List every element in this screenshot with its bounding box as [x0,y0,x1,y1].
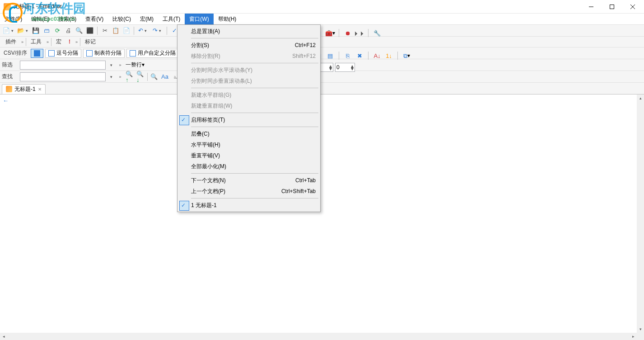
spell-check-button[interactable]: 🔧 [372,28,382,38]
col-insert-button[interactable]: ⎘ [343,51,353,61]
menu-item: 分割时同步水平滚动条(Y) [178,65,319,76]
paste-button[interactable]: 📄 [121,26,131,36]
check-icon: ✓ [181,202,186,208]
menu-item-label: 层叠(C) [191,130,210,138]
filter-scope-combo[interactable]: 一整行▾ [126,61,175,69]
menu-item[interactable]: ✓1 无标题-1 [178,200,319,211]
print-button[interactable]: 🖨 [63,26,73,36]
filter-history-button[interactable]: ▾ [107,63,115,67]
match-case-button[interactable]: Aa [160,72,169,81]
csv-mode-comma[interactable]: 逗号分隔 [45,49,81,58]
cut-button[interactable]: ✂ [100,26,110,36]
find-input[interactable] [20,72,106,81]
maximize-button[interactable] [602,0,622,14]
config-button[interactable]: 🧰▾ [325,28,335,38]
find-overflow-button[interactable]: » [117,75,124,79]
filter-input[interactable] [20,61,106,70]
menu-item[interactable]: 上一个文档(P)Ctrl+Shift+Tab [178,186,319,197]
new-button[interactable]: 📄▾ [2,26,15,36]
menu-macro[interactable]: 宏(M) [135,14,158,24]
menu-item-label: 新建水平群组(G) [191,91,231,99]
copy-button[interactable]: 📋 [111,26,121,36]
save-button[interactable]: 💾 [31,26,41,36]
menu-separator [191,198,318,198]
document-tab-label: 无标题-1 [14,85,36,93]
filter-spin-2[interactable]: 0▴▾ [335,63,355,72]
find-history-button[interactable]: ▾ [107,75,115,79]
menu-edit[interactable]: 编辑(E) [27,14,54,24]
menu-item: 新建水平群组(G) [178,90,319,100]
scroll-up-button[interactable]: ▴ [637,94,644,102]
menu-window[interactable]: 窗口(W) [185,14,213,24]
menu-item[interactable]: 总是置顶(A) [178,26,319,37]
close-button[interactable] [622,0,643,14]
app-button[interactable]: ⬛ [85,26,95,36]
reload-button[interactable]: ⟳ [52,26,62,36]
open-button[interactable]: 📂▾ [16,26,30,36]
panel-tools[interactable]: 工具 [27,38,45,47]
menu-file[interactable]: 文件(F) [0,14,27,24]
menu-item-label: 全部最小化(M) [191,163,226,170]
menu-item-label: 分割时同步垂直滚动条(L) [191,77,252,85]
vertical-scrollbar[interactable] [637,94,644,333]
menu-search[interactable]: 搜索(S) [54,14,81,24]
sort-num-button[interactable]: 1↓ [384,51,394,61]
menu-item[interactable]: ✓启用标签页(T) [178,114,319,125]
window-menu-dropdown: 总是置顶(A)分割(S)Ctrl+F12移除分割(R)Shift+F12分割时同… [177,24,321,212]
document-tab[interactable]: 无标题-1 ✕ [2,84,46,94]
save-all-button[interactable]: 🗃 [42,26,51,36]
scroll-right-button[interactable]: ▸ [630,333,637,340]
menu-item[interactable]: 垂直平铺(V) [178,150,319,161]
filter-label: 筛选 [2,61,18,69]
menu-item[interactable]: 分割(S)Ctrl+F12 [178,40,319,51]
editor-area[interactable]: ← ▴ ▾ ◂ ▸ [0,94,644,340]
window-title: 无标题-1 - EmEditor [14,3,62,10]
csv-mode-normal[interactable] [31,49,43,58]
undo-button[interactable]: ↶▾ [136,26,150,36]
menu-separator [191,88,318,88]
menu-item-label: 1 无标题-1 [191,202,217,209]
scroll-down-button[interactable]: ▾ [637,326,644,333]
menu-separator [191,38,318,38]
menu-item: 移除分割(R)Shift+F12 [178,51,319,61]
menu-view[interactable]: 查看(V) [81,14,108,24]
back-arrow-icon: ← [3,97,9,104]
filter-overflow-button[interactable]: » [117,63,124,67]
csv-mode-tab[interactable]: 制表符分隔 [83,49,125,58]
play-macro-button[interactable]: ⏵⏵ [355,28,364,38]
menu-item-label: 上一个文档(P) [191,188,225,195]
record-macro-button[interactable]: ⏺ [343,28,353,38]
col-edit-button[interactable]: ▤ [325,51,335,61]
panel-macro[interactable]: 宏 [52,38,65,47]
check-icon: ✓ [181,117,186,123]
minimize-button[interactable] [581,0,602,14]
menu-item[interactable]: 下一个文档(N)Ctrl+Tab [178,175,319,186]
find-prev-button[interactable]: 🔍↑ [126,72,135,81]
menu-item[interactable]: 水平平铺(H) [178,139,319,150]
remove-dup-button[interactable]: ⧉▾ [401,51,411,61]
print-preview-button[interactable]: 🔍 [74,26,84,36]
menu-item-shortcut: Ctrl+F12 [295,42,316,48]
sort-az-button[interactable]: A↓ [372,51,382,61]
find-label: 查找 [2,73,18,80]
redo-button[interactable]: ↷▾ [151,26,164,36]
panel-plugins[interactable]: 插件 [2,38,20,47]
menu-item-label: 下一个文档(N) [191,177,226,184]
menu-compare[interactable]: 比较(C) [108,14,135,24]
menu-item-label: 总是置顶(A) [191,28,220,35]
document-icon [6,86,12,92]
horizontal-scrollbar[interactable] [0,333,637,340]
menu-help[interactable]: 帮助(H) [214,14,241,24]
find-in-files-button[interactable]: 🔍 [149,72,159,81]
col-delete-button[interactable]: ✖ [355,51,364,61]
find-next-button[interactable]: 🔍↓ [136,72,145,81]
menu-item[interactable]: 层叠(C) [178,128,319,139]
document-tab-close[interactable]: ✕ [38,87,42,92]
menu-item[interactable]: 全部最小化(M) [178,161,319,172]
menu-item-shortcut: Ctrl+Tab [295,177,316,184]
scroll-left-button[interactable]: ◂ [0,333,7,340]
menu-separator [191,127,318,127]
panel-marks[interactable]: 标记 [81,38,99,47]
menu-tools[interactable]: 工具(T) [158,14,185,24]
csv-mode-user[interactable]: 用户自定义分隔 [126,49,179,58]
